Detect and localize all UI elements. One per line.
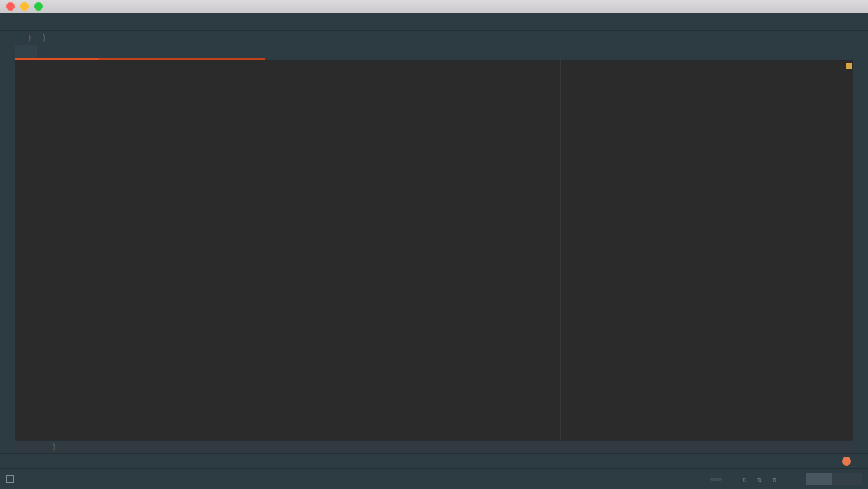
- main-toolbar: [0, 13, 868, 31]
- memory-usage-fill: [806, 473, 832, 485]
- memory-indicator[interactable]: [806, 473, 862, 485]
- chevron-right-icon: ⟩: [28, 33, 31, 43]
- chevron-right-icon: ⟩: [52, 442, 56, 452]
- encoding-selector[interactable]: ⇅: [757, 475, 762, 483]
- navigation-breadcrumb: ⟩ ⟩: [0, 31, 868, 45]
- chevron-right-icon: ⟩: [43, 33, 46, 43]
- event-log-badge: [842, 457, 851, 466]
- editor-breadcrumb-bar: ⟩: [15, 440, 855, 453]
- minimize-window-button[interactable]: [20, 2, 29, 11]
- ide-window: ⟩ ⟩: [0, 0, 868, 489]
- sidebar-item-project[interactable]: [0, 49, 15, 52]
- tool-window-bar: [0, 453, 868, 468]
- zoom-window-button[interactable]: [34, 2, 43, 11]
- hide-tool-windows-icon[interactable]: [6, 475, 14, 483]
- event-log-button[interactable]: [842, 457, 855, 466]
- theme-indicator[interactable]: [710, 478, 722, 481]
- editor-tab-bar: [15, 45, 855, 60]
- titlebar: [0, 0, 868, 13]
- close-window-button[interactable]: [6, 2, 15, 11]
- sidebar-item-npm[interactable]: [0, 333, 15, 336]
- code-editor[interactable]: [15, 60, 855, 440]
- inspection-status-square[interactable]: [846, 63, 852, 69]
- line-ending-selector[interactable]: ⇅: [741, 475, 747, 483]
- sidebar-item-favorites[interactable]: [0, 373, 15, 376]
- left-tool-stripe: [0, 45, 15, 453]
- right-margin-guide: [560, 60, 561, 440]
- sidebar-item-weex-documents[interactable]: [853, 53, 868, 56]
- git-branch-selector[interactable]: ⇅: [771, 475, 777, 483]
- right-tool-stripe: [853, 45, 868, 453]
- sidebar-item-structure[interactable]: [0, 95, 15, 98]
- status-bar: ⇅ ⇅ ⇅: [0, 468, 868, 489]
